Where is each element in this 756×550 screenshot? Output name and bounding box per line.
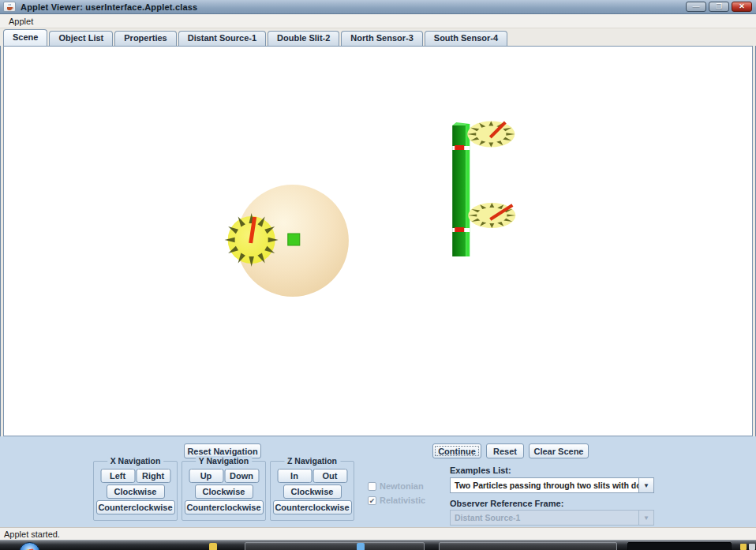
z-pair: In Out — [277, 469, 347, 483]
x-pair: Left Right — [100, 469, 170, 483]
relativistic-label: Relativistic — [380, 496, 425, 505]
control-panel: Reset Navigation X Navigation Left Right… — [0, 436, 756, 527]
menu-applet[interactable]: Applet — [6, 16, 36, 27]
java-cup-icon — [3, 2, 16, 12]
x-clockwise-button[interactable]: Clockwise — [107, 485, 165, 499]
titlebar: Applet Viewer: userInterface.Applet.clas… — [0, 0, 756, 14]
scene-canvas[interactable] — [3, 46, 753, 436]
north-slit-door — [455, 145, 464, 150]
relativistic-checkbox-row: Relativistic — [368, 496, 425, 505]
y-navigation-group: Y Navigation Up Down Clockwise Countercl… — [182, 461, 266, 521]
north-slit-clock — [467, 122, 515, 148]
z-in-button[interactable]: In — [277, 469, 312, 483]
chevron-down-icon: ▼ — [639, 510, 654, 526]
tray-icon[interactable] — [749, 544, 755, 550]
examples-list-combo[interactable]: Two Particles passing through two slits … — [450, 477, 654, 493]
taskbar-button[interactable] — [245, 542, 425, 550]
y-navigation-title: Y Navigation — [196, 456, 252, 466]
z-out-button[interactable]: Out — [313, 469, 347, 483]
tab-north-sensor-3[interactable]: North Sensor-3 — [341, 31, 422, 46]
z-navigation-title: Z Navigation — [284, 456, 340, 466]
examples-list-value[interactable]: Two Particles passing through two slits … — [450, 477, 639, 493]
continue-button[interactable]: Continue — [432, 443, 481, 458]
south-slit-door — [455, 227, 464, 232]
java-cup-glyph — [6, 3, 13, 11]
z-clockwise-button[interactable]: Clockwise — [283, 485, 342, 499]
x-navigation-title: X Navigation — [107, 456, 164, 466]
window-title: Applet Viewer: userInterface.Applet.clas… — [21, 2, 197, 12]
tab-bar: Scene Object List Properties Distant Sou… — [0, 28, 756, 46]
z-counterclockwise-button[interactable]: Counterclockwise — [273, 500, 352, 514]
newtonian-checkbox[interactable] — [368, 482, 376, 491]
newtonian-checkbox-row: Newtonian — [368, 481, 424, 491]
observer-frame-combo: Distant Source-1 ▼ — [450, 510, 654, 526]
clear-scene-button[interactable]: Clear Scene — [529, 443, 589, 458]
applet-viewer-window: Applet Viewer: userInterface.Applet.clas… — [0, 0, 756, 550]
start-button[interactable] — [19, 542, 40, 550]
tab-south-sensor-4[interactable]: South Sensor-4 — [425, 31, 507, 46]
close-icon[interactable]: ✕ — [732, 2, 752, 12]
status-bar: Applet started. — [0, 527, 756, 540]
taskbar-button[interactable] — [439, 542, 617, 550]
y-clockwise-button[interactable]: Clockwise — [195, 485, 253, 499]
tab-double-slit-2[interactable]: Double Slit-2 — [268, 31, 339, 46]
z-navigation-group: Z Navigation In Out Clockwise Counterclo… — [270, 461, 354, 521]
tray-icon[interactable] — [740, 544, 747, 550]
x-right-button[interactable]: Right — [136, 469, 170, 483]
restore-icon[interactable]: ❐ — [709, 2, 729, 12]
windows-taskbar — [0, 540, 756, 550]
x-navigation-group: X Navigation Left Right Clockwise Counte… — [93, 461, 178, 521]
scene-svg — [4, 47, 752, 436]
tab-distant-source-1[interactable]: Distant Source-1 — [178, 31, 266, 46]
reset-button[interactable]: Reset — [486, 443, 524, 458]
y-pair: Up Down — [189, 469, 259, 483]
south-slit-clock — [468, 203, 515, 228]
tab-object-list[interactable]: Object List — [49, 31, 113, 46]
tab-properties[interactable]: Properties — [114, 31, 176, 46]
relativistic-checkbox[interactable] — [368, 496, 376, 505]
menubar: Applet — [0, 14, 756, 28]
tab-scene[interactable]: Scene — [3, 29, 47, 46]
taskbar-button-active[interactable] — [627, 542, 732, 550]
observer-frame-value: Distant Source-1 — [450, 510, 639, 526]
y-up-button[interactable]: Up — [189, 469, 223, 483]
newtonian-label: Newtonian — [380, 481, 424, 491]
observer-frame-label: Observer Reference Frame: — [450, 499, 563, 508]
window-controls: — ❐ ✕ — [686, 2, 752, 12]
status-text: Applet started. — [4, 529, 60, 539]
y-down-button[interactable]: Down — [224, 469, 259, 483]
minimize-icon[interactable]: — — [686, 2, 706, 12]
y-counterclockwise-button[interactable]: Counterclockwise — [185, 500, 264, 514]
taskbar-icon[interactable] — [209, 543, 217, 550]
examples-list-label: Examples List: — [450, 466, 511, 475]
x-left-button[interactable]: Left — [100, 469, 135, 483]
x-counterclockwise-button[interactable]: Counterclockwise — [96, 500, 175, 514]
chevron-down-icon[interactable]: ▼ — [639, 477, 654, 493]
particle — [288, 234, 300, 245]
double-slit-barrier — [452, 122, 470, 256]
